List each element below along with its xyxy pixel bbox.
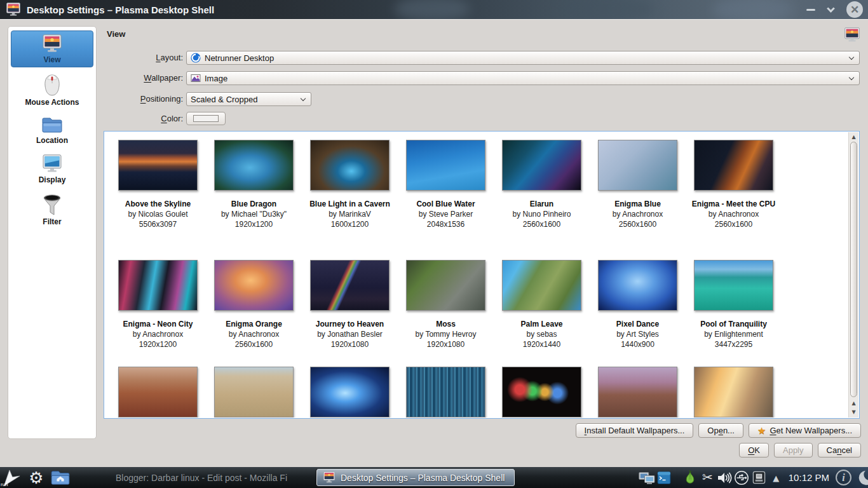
wallpaper-item[interactable]: [494, 367, 590, 417]
install-default-wallpapers-button[interactable]: Install Default Wallpapers...: [576, 423, 694, 438]
wallpaper-item[interactable]: [398, 367, 494, 417]
wallpaper-thumbnail[interactable]: [214, 260, 294, 311]
wallpaper-thumbnail[interactable]: [214, 367, 294, 417]
settings-sidebar: View Mouse Actions Location Display Filt…: [8, 26, 97, 439]
wallpaper-item[interactable]: Palm Leave by sebas 1920x1440: [494, 260, 590, 367]
plasma-cashew-icon[interactable]: [858, 470, 868, 486]
close-button[interactable]: ✕: [846, 1, 863, 18]
tray-klipper[interactable]: ✂: [699, 467, 716, 488]
sidebar-item-display[interactable]: Display: [11, 151, 93, 187]
wallpaper-name: Moss: [416, 319, 477, 329]
window-menu-chevron-icon[interactable]: [827, 4, 835, 13]
wallpaper-author: by Anachronox: [226, 329, 282, 339]
wallpaper-thumbnail[interactable]: [214, 140, 294, 191]
run-launcher[interactable]: run: [0, 467, 24, 488]
usb-icon: [734, 470, 749, 485]
wallpaper-name: Elarun: [512, 199, 571, 209]
wallpaper-dropdown[interactable]: Image: [186, 71, 860, 85]
wallpaper-item[interactable]: Blue Light in a Cavern by MarinkaV 1600x…: [302, 140, 398, 260]
tray-tor-onion[interactable]: [682, 467, 699, 488]
scroll-down-icon[interactable]: ▼: [849, 408, 858, 416]
sidebar-item-label: Filter: [43, 217, 61, 226]
positioning-dropdown[interactable]: Scaled & Cropped: [186, 92, 311, 106]
wallpaper-label: Wallpaper:: [102, 71, 183, 85]
button-label: Cancel: [827, 445, 852, 455]
sidebar-item-location[interactable]: Location: [11, 113, 93, 147]
tray-expand-tray[interactable]: ▲: [768, 467, 785, 488]
wallpaper-item[interactable]: Blue Dragon by Michael "Du3ky" 1920x1200: [206, 140, 302, 260]
wallpaper-thumbnail[interactable]: [694, 367, 773, 417]
get-new-wallpapers-button[interactable]: ★Get New Wallpapers...: [749, 423, 861, 438]
tray-terminal[interactable]: [656, 467, 673, 488]
tray-display-config[interactable]: [639, 467, 656, 488]
wallpaper-item[interactable]: Enigma Blue by Anachronox 2560x1600: [590, 140, 686, 260]
wallpaper-item[interactable]: Enigma Orange by Anachronox 2560x1600: [206, 260, 302, 367]
wallpaper-item[interactable]: [686, 367, 782, 417]
minimize-button[interactable]: [806, 9, 815, 11]
printer-icon: [752, 470, 766, 485]
wallpaper-item[interactable]: [590, 367, 686, 417]
wallpaper-thumbnail[interactable]: [118, 140, 198, 191]
color-picker-button[interactable]: [186, 112, 226, 125]
wallpaper-thumbnail[interactable]: [694, 260, 773, 311]
wallpaper-thumbnail[interactable]: [118, 260, 198, 311]
wallpaper-author: by sebas: [520, 329, 562, 339]
page-title: View: [107, 29, 125, 39]
taskbar-task-active[interactable]: Desktop Settings – Plasma Desktop Shell: [316, 469, 515, 486]
button-label: Apply: [783, 445, 804, 455]
firefox-launcher[interactable]: [72, 467, 97, 488]
wallpaper-item[interactable]: Journey to Heaven by Jonathan Besler 192…: [302, 260, 398, 367]
sidebar-item-view[interactable]: View: [11, 30, 93, 67]
wallpaper-item[interactable]: [302, 367, 398, 417]
sidebar-item-label: View: [43, 55, 60, 64]
wallpaper-thumbnail[interactable]: [310, 260, 390, 311]
wallpaper-name: Cool Blue Water: [416, 199, 475, 209]
wallpaper-thumbnail[interactable]: [310, 367, 390, 417]
notifications-info-icon[interactable]: i: [836, 470, 851, 485]
wallpaper-item[interactable]: [110, 367, 206, 417]
wallpaper-thumbnail[interactable]: [502, 260, 581, 311]
scrollbar-handle[interactable]: [850, 142, 857, 397]
ok-button[interactable]: OK: [739, 443, 769, 458]
wallpaper-thumbnail[interactable]: [502, 367, 581, 417]
layout-dropdown[interactable]: Netrunner Desktop: [186, 51, 860, 65]
scroll-up-icon[interactable]: ▲: [849, 133, 858, 141]
wallpaper-item[interactable]: Enigma - Meet the CPU by Anachronox 2560…: [686, 140, 782, 260]
home-launcher[interactable]: [48, 467, 72, 488]
wallpaper-scrollbar[interactable]: ▲ ▲ ▼: [848, 132, 858, 417]
wallpaper-item[interactable]: Cool Blue Water by Steve Parker 2048x153…: [398, 140, 494, 260]
wallpaper-thumbnail[interactable]: [406, 260, 485, 311]
wallpaper-thumbnail[interactable]: [118, 367, 198, 417]
scroll-up-icon[interactable]: ▲: [849, 399, 858, 407]
wallpaper-resolution: 1920x1200: [123, 339, 193, 349]
button-label: OK: [748, 445, 760, 455]
wallpaper-item[interactable]: [206, 367, 302, 417]
wallpaper-item[interactable]: Pool of Tranquility by Enlightenment 344…: [686, 260, 782, 367]
wallpaper-item[interactable]: Moss by Tommy Hevroy 1920x1080: [398, 260, 494, 367]
tray-usb-devices[interactable]: [733, 467, 750, 488]
taskbar-task-inactive[interactable]: Blogger: Darbar linux - Edit post - Mozi…: [111, 473, 315, 483]
wallpaper-name: Blue Dragon: [221, 199, 287, 209]
wallpaper-thumbnail[interactable]: [310, 140, 390, 191]
wallpaper-item[interactable]: Enigma - Neon City by Anachronox 1920x12…: [110, 260, 206, 367]
wallpaper-thumbnail[interactable]: [694, 140, 773, 191]
wallpaper-thumbnail[interactable]: [406, 140, 485, 191]
wallpaper-item[interactable]: Pixel Dance by Art Styles 1440x900: [590, 260, 686, 367]
sidebar-item-mouse-actions[interactable]: Mouse Actions: [11, 71, 93, 109]
tray-device-notifier[interactable]: [750, 467, 768, 488]
tray-volume[interactable]: [716, 467, 733, 488]
wallpaper-thumbnail[interactable]: [598, 140, 677, 191]
sidebar-item-filter[interactable]: Filter: [11, 191, 93, 229]
wallpaper-item[interactable]: Above the Skyline by Nicolas Goulet 5506…: [110, 140, 206, 260]
wallpaper-thumbnail[interactable]: [598, 367, 677, 417]
wallpaper-item[interactable]: Elarun by Nuno Pinheiro 2560x1600: [494, 140, 590, 260]
cancel-button[interactable]: Cancel: [818, 443, 861, 458]
wallpaper-thumbnail[interactable]: [502, 140, 581, 191]
clock[interactable]: 10:12 PM: [789, 472, 829, 483]
wallpaper-action-buttons: Install Default Wallpapers...Open...★Get…: [576, 423, 861, 438]
wallpaper-thumbnail[interactable]: [406, 367, 485, 417]
wallpaper-thumbnail[interactable]: [598, 260, 677, 311]
open-button[interactable]: Open...: [698, 423, 743, 438]
window-titlebar[interactable]: Desktop Settings – Plasma Desktop Shell …: [0, 0, 868, 19]
settings-launcher[interactable]: ⚙: [24, 467, 48, 488]
